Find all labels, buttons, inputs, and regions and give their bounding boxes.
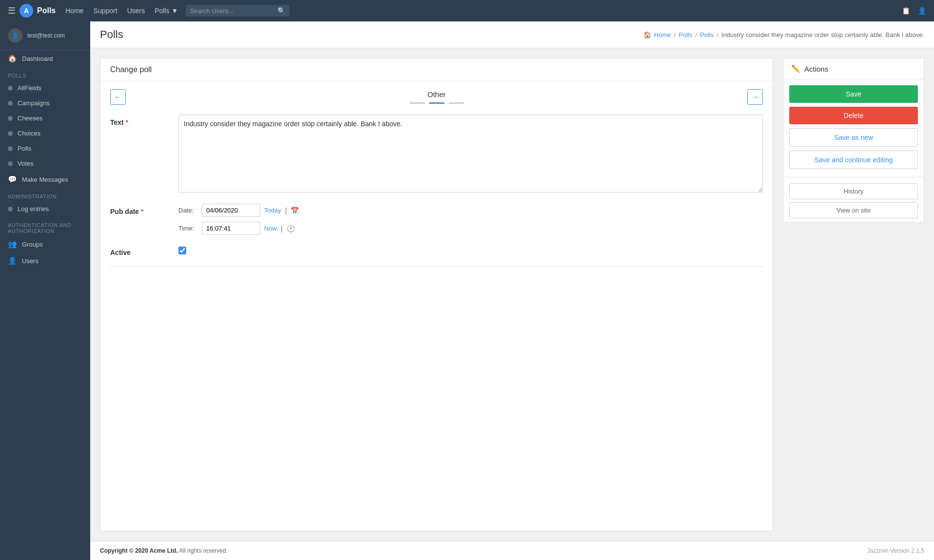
time-input[interactable] (202, 222, 260, 235)
tab-indicator-2[interactable] (448, 102, 464, 104)
today-link[interactable]: Today (264, 207, 281, 214)
sidebar-item-label: Cheeses (18, 115, 42, 122)
tab-prev-button[interactable]: ← (110, 89, 126, 105)
text-control-area: Industry consider they magazine order st… (178, 115, 763, 194)
nav-home[interactable]: Home (65, 7, 83, 15)
actions-title: Actions (804, 65, 828, 73)
content-area: Change poll ← Other → (90, 48, 934, 541)
actions-buttons: Save Delete Save as new Save and continu… (783, 79, 924, 175)
delete-button[interactable]: Delete (789, 107, 918, 124)
copyright: Copyright © 2020 Acme Ltd. All rights re… (100, 547, 228, 554)
clock-icon[interactable]: 🕐 (287, 225, 295, 232)
active-label: Active (110, 245, 169, 256)
main-content: Polls 🏠 Home / Polls / Polls / Industry … (90, 21, 934, 560)
form-panel-header: Change poll (100, 58, 773, 81)
breadcrumb-home[interactable]: Home (654, 31, 671, 39)
text-textarea[interactable]: Industry consider they magazine order st… (178, 115, 763, 193)
nav-users[interactable]: Users (127, 7, 145, 15)
hamburger-icon[interactable]: ☰ (8, 5, 16, 16)
form-fields: Text * Industry consider they magazine o… (100, 105, 773, 281)
sidebar-item-label: Log entries (18, 205, 49, 212)
dot-icon (8, 101, 13, 106)
breadcrumb-polls-model[interactable]: Polls (700, 31, 714, 39)
active-checkbox[interactable] (178, 247, 186, 254)
tab-indicator-1[interactable] (429, 102, 445, 104)
avatar: 👤 (8, 28, 22, 43)
footer: Copyright © 2020 Acme Ltd. All rights re… (90, 541, 934, 560)
search-input[interactable] (190, 7, 277, 15)
sidebar-user: 👤 test@test.com (0, 21, 90, 50)
sidebar-item-allfields[interactable]: AllFields (0, 80, 90, 96)
sidebar-item-choices[interactable]: Choices (0, 126, 90, 141)
actions-box: ✏️ Actions Save Delete Save as new Save … (783, 58, 924, 223)
right-icons: 📋 👤 (902, 7, 926, 15)
sidebar-item-cheeses[interactable]: Cheeses (0, 111, 90, 126)
calendar-icon[interactable]: 📅 (291, 207, 299, 214)
sidebar-item-log-entries[interactable]: Log entries (0, 201, 90, 216)
user-icon[interactable]: 👤 (918, 7, 926, 15)
actions-panel: ✏️ Actions Save Delete Save as new Save … (783, 58, 924, 531)
history-button[interactable]: History (789, 183, 918, 199)
version: Jazzmin Version 2.1.5 (867, 547, 924, 554)
date-row: Date: Today | 📅 (178, 204, 763, 217)
sidebar-item-label: Campaigns (18, 99, 50, 107)
sidebar-item-label: Dashboard (22, 55, 53, 62)
dot-icon (8, 146, 13, 151)
dropdown-arrow-icon: ▼ (172, 7, 178, 15)
users-icon: 👤 (8, 256, 17, 265)
breadcrumb: 🏠 Home / Polls / Polls / Industry consid… (643, 31, 924, 39)
time-row: Time: Now | 🕐 (178, 222, 763, 235)
sidebar-item-votes[interactable]: Votes (0, 156, 90, 171)
home-icon: 🏠 (643, 31, 651, 39)
save-as-new-button[interactable]: Save as new (789, 128, 918, 147)
required-star: * (141, 208, 143, 215)
date-input[interactable] (202, 204, 260, 217)
sidebar-item-dashboard[interactable]: 🏠 Dashboard (0, 50, 90, 67)
sidebar-item-campaigns[interactable]: Campaigns (0, 96, 90, 111)
dashboard-icon: 🏠 (8, 54, 17, 63)
dot-icon (8, 86, 13, 91)
tab-indicator-0[interactable] (409, 102, 425, 104)
breadcrumb-polls-section[interactable]: Polls (679, 31, 692, 39)
save-continue-button[interactable]: Save and continue editing (789, 151, 918, 169)
tab-title: Other (428, 90, 446, 98)
breadcrumb-current: Industry consider they magazine order st… (721, 31, 924, 39)
pubdate-control-area: Date: Today | 📅 Time: Now (178, 204, 763, 235)
sidebar-item-label: AllFields (18, 84, 41, 92)
nav-polls-dropdown[interactable]: Polls ▼ (155, 7, 178, 15)
notes-icon[interactable]: 📋 (902, 7, 910, 15)
groups-icon: 👥 (8, 240, 17, 249)
pubdate-label: Pub date * (110, 204, 169, 235)
make-messages-icon: 💬 (8, 175, 17, 184)
save-button[interactable]: Save (789, 85, 918, 103)
time-field-label: Time: (178, 225, 198, 232)
sidebar-item-users[interactable]: 👤 Users (0, 252, 90, 269)
dot-icon (8, 131, 13, 136)
sidebar-item-make-messages[interactable]: 💬 Make Messages (0, 171, 90, 188)
view-on-site-button[interactable]: View on site (789, 202, 918, 218)
actions-secondary: History View on site (783, 179, 924, 222)
nav-links: Home Support Users Polls ▼ (65, 7, 178, 15)
app-title: Polls (37, 6, 56, 15)
sidebar-item-label: Make Messages (22, 176, 68, 183)
sidebar-item-label: Polls (18, 145, 31, 152)
dot-icon (8, 116, 13, 121)
form-panel: Change poll ← Other → (100, 58, 773, 531)
pubdate-field-row: Pub date * Date: Today | 📅 (110, 204, 763, 235)
logo-circle: A (19, 4, 33, 18)
now-link[interactable]: Now (264, 225, 277, 232)
tabs-area: ← Other → (100, 81, 773, 105)
sidebar-section-admin: Administration (0, 188, 90, 201)
sidebar-item-groups[interactable]: 👥 Groups (0, 236, 90, 252)
layout: 👤 test@test.com 🏠 Dashboard Polls AllFie… (0, 21, 934, 560)
text-field-row: Text * Industry consider they magazine o… (110, 115, 763, 194)
user-email: test@test.com (27, 32, 65, 39)
tab-next-button[interactable]: → (747, 89, 763, 105)
page-title: Polls (100, 28, 123, 41)
sidebar-item-polls[interactable]: Polls (0, 141, 90, 156)
active-field-row: Active (110, 245, 763, 256)
dot-icon (8, 161, 13, 166)
sidebar-section-polls: Polls (0, 67, 90, 80)
nav-support[interactable]: Support (94, 7, 117, 15)
search-icon[interactable]: 🔍 (277, 7, 286, 15)
